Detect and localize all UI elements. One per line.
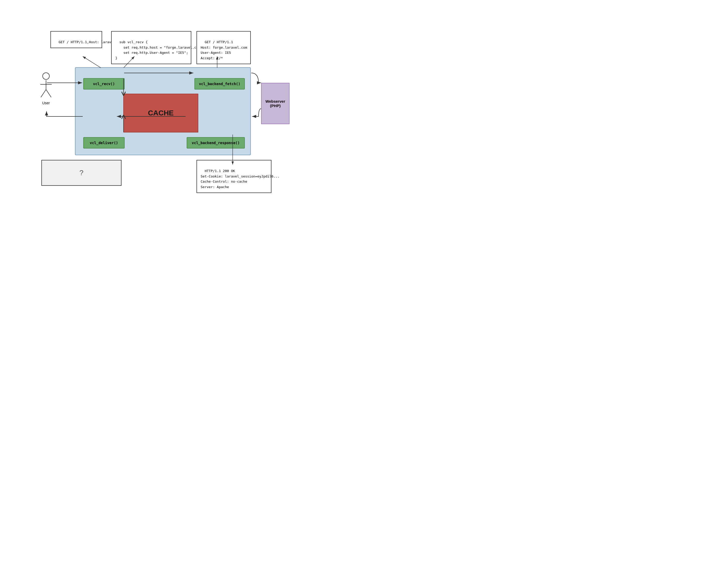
user-body-icon <box>38 80 54 100</box>
arrow-recv-to-codebox-left <box>83 56 101 68</box>
code-box-request-modified: GET / HTTP/1.1 Host: forge.laravel.com U… <box>196 31 251 64</box>
vcl-deliver-label: vcl_deliver() <box>90 141 118 145</box>
svg-point-0 <box>43 73 49 79</box>
vcl-backend-response-box: vcl_backend_response() <box>187 137 245 148</box>
code-box-vcl-sub-text: sub vcl_recv { set req.http.host = "forg… <box>115 40 204 60</box>
user-head-icon <box>42 72 50 80</box>
arrow-fetch-to-webserver <box>251 73 261 83</box>
vcl-backend-response-label: vcl_backend_response() <box>192 141 240 145</box>
svg-line-4 <box>46 89 51 97</box>
code-box-response: HTTP/1.1 200 OK Set-Cookie: laravel_sess… <box>196 160 271 193</box>
webserver-label: Webserver (PHP) <box>266 99 285 108</box>
svg-line-3 <box>41 89 46 97</box>
code-box-vcl-sub: sub vcl_recv { set req.http.host = "forg… <box>111 31 191 64</box>
question-box: ? <box>41 160 122 186</box>
vcl-backend-fetch-label: vcl_backend_fetch() <box>199 82 240 86</box>
varnish-container: vcl_recv() vcl_backend_fetch() CACHE vcl… <box>75 67 251 155</box>
vcl-backend-fetch-box: vcl_backend_fetch() <box>194 78 245 89</box>
question-mark-label: ? <box>79 169 84 177</box>
vcl-recv-label: vcl_recv() <box>93 82 115 86</box>
cache-box: CACHE <box>123 94 198 132</box>
cache-label: CACHE <box>148 109 174 117</box>
webserver-box: Webserver (PHP) <box>261 83 290 124</box>
user-figure: User <box>38 72 54 105</box>
user-label: User <box>42 101 50 105</box>
code-box-response-text: HTTP/1.1 200 OK Set-Cookie: laravel_sess… <box>201 169 279 189</box>
vcl-deliver-box: vcl_deliver() <box>83 137 125 148</box>
code-box-request-modified-text: GET / HTTP/1.1 Host: forge.laravel.com U… <box>201 40 247 60</box>
vcl-recv-box: vcl_recv() <box>83 78 125 89</box>
arrow-webserver-to-response <box>252 109 261 116</box>
code-box-request-original: GET / HTTP/1.1,Host: laravel.com,User-Ag… <box>50 31 102 48</box>
